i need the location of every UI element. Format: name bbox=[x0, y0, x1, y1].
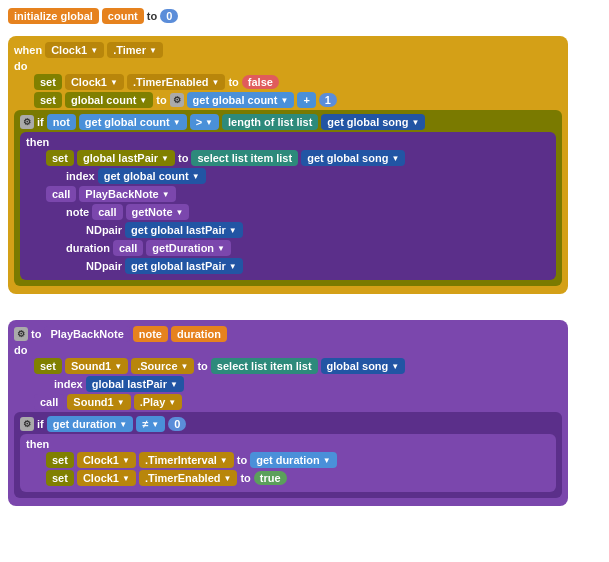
playbacknote-label: PlayBackNote bbox=[85, 188, 158, 200]
if-container-2: ⚙ if get duration ▼ ≠ ▼ 0 then bbox=[14, 412, 562, 498]
getnote-dropdown[interactable]: getNote ▼ bbox=[126, 204, 190, 220]
get-global-count-block3[interactable]: get global count ▼ bbox=[98, 168, 206, 184]
ndpair2-label: NDpair bbox=[86, 260, 122, 272]
duration-row: duration call getDuration ▼ bbox=[66, 240, 550, 256]
get-global-count-block2[interactable]: get global count ▼ bbox=[79, 114, 187, 130]
then-label: then bbox=[26, 136, 49, 148]
timer-enabled-dropdown[interactable]: .TimerEnabled ▼ bbox=[127, 74, 226, 90]
set-block-2[interactable]: set bbox=[34, 92, 62, 108]
clock1-dropdown-2[interactable]: Clock1 ▼ bbox=[65, 74, 124, 90]
sound1-dropdown[interactable]: Sound1 ▼ bbox=[65, 358, 128, 374]
init-block: initialize global count to 0 bbox=[8, 8, 601, 24]
then-row-2: then bbox=[26, 438, 550, 450]
list2-label: list bbox=[276, 152, 292, 164]
get-global-lastpair-block[interactable]: global lastPair ▼ bbox=[86, 376, 184, 392]
to-playbacknote-row: ⚙ to PlayBackNote note duration bbox=[14, 326, 562, 342]
call-playback-row: call PlayBackNote ▼ bbox=[46, 186, 550, 202]
clock1-dropdown[interactable]: Clock1 ▼ bbox=[45, 42, 104, 58]
list-label-2: list bbox=[296, 360, 312, 372]
get-global-song-block2[interactable]: get global song ▼ bbox=[301, 150, 405, 166]
global-count2-label: global count bbox=[212, 94, 277, 106]
set-timer-interval-row: set Clock1 ▼ .TimerInterval ▼ to get dur… bbox=[46, 452, 550, 468]
call-getnote-block[interactable]: call bbox=[92, 204, 122, 220]
duration-var-label: duration bbox=[72, 418, 116, 430]
when-label: when bbox=[14, 44, 42, 56]
global-count3-label: global count bbox=[104, 116, 169, 128]
zero-label: 0 bbox=[174, 418, 180, 430]
select-list-item-block2[interactable]: select list item list bbox=[211, 358, 318, 374]
get-lastpair-block2[interactable]: get global lastPair ▼ bbox=[125, 258, 243, 274]
call-play-block[interactable]: call bbox=[34, 394, 64, 410]
set-ti-block[interactable]: set bbox=[46, 452, 74, 468]
set-source-label: set bbox=[40, 360, 56, 372]
to-label: to bbox=[147, 10, 157, 22]
set-source-block[interactable]: set bbox=[34, 358, 62, 374]
get-global-song-block3[interactable]: global song ▼ bbox=[321, 358, 406, 374]
note-param-block: note bbox=[133, 326, 168, 342]
get-lastpair-block1[interactable]: get global lastPair ▼ bbox=[125, 222, 243, 238]
count-var-block[interactable]: count bbox=[102, 8, 144, 24]
call-play-label: call bbox=[40, 396, 58, 408]
length-of-list-block[interactable]: length of list list bbox=[222, 114, 318, 130]
neq-label: ≠ bbox=[142, 418, 148, 430]
select-list-item-block[interactable]: select list item list bbox=[191, 150, 298, 166]
call-label: call bbox=[52, 188, 70, 200]
global-count-dropdown[interactable]: global count ▼ bbox=[65, 92, 153, 108]
global-song2-label: global song bbox=[327, 152, 389, 164]
global-count4-label: global count bbox=[123, 170, 188, 182]
play-label: .Play bbox=[140, 396, 166, 408]
timer-enabled-label: .TimerEnabled bbox=[133, 76, 209, 88]
count-label: count bbox=[108, 10, 138, 22]
call-block[interactable]: call bbox=[46, 186, 76, 202]
get-duration-block2[interactable]: get duration ▼ bbox=[250, 452, 336, 468]
initialize-global-block[interactable]: initialize global bbox=[8, 8, 99, 24]
get-global-count-block[interactable]: get global count ▼ bbox=[187, 92, 295, 108]
set-block-1[interactable]: set bbox=[34, 74, 62, 90]
note-label: note bbox=[66, 206, 89, 218]
clock1-dropdown-4[interactable]: Clock1 ▼ bbox=[77, 470, 136, 486]
global-lp1-label: global lastPair bbox=[151, 224, 226, 236]
get-duration-label: get bbox=[53, 418, 70, 430]
sound1-label: Sound1 bbox=[71, 360, 111, 372]
length-of-label: length of list bbox=[228, 116, 293, 128]
false-label: false bbox=[248, 76, 273, 88]
clock1-label-2: Clock1 bbox=[71, 76, 107, 88]
true-block: true bbox=[254, 471, 287, 485]
get-duration-block[interactable]: get duration ▼ bbox=[47, 416, 133, 432]
playbacknote-block2[interactable]: PlayBackNote bbox=[44, 326, 129, 342]
source-label: .Source bbox=[137, 360, 177, 372]
list-label-1: list bbox=[296, 116, 312, 128]
get-global-song-block[interactable]: get global song ▼ bbox=[321, 114, 425, 130]
duration-var2-label: duration bbox=[276, 454, 320, 466]
global-lastpair-dropdown[interactable]: global lastPair ▼ bbox=[77, 150, 175, 166]
gear-icon-1: ⚙ bbox=[170, 93, 184, 107]
timer-enabled2-label: .TimerEnabled bbox=[145, 472, 221, 484]
get-label-5: get bbox=[104, 170, 121, 182]
getduration-dropdown[interactable]: getDuration ▼ bbox=[146, 240, 231, 256]
set-count-row: set global count ▼ to ⚙ get global count… bbox=[34, 92, 562, 108]
index-count-row: index get global count ▼ bbox=[66, 168, 550, 184]
clock1-label-3: Clock1 bbox=[83, 454, 119, 466]
zero-block: 0 bbox=[168, 417, 186, 431]
gear-icon-4: ⚙ bbox=[20, 417, 34, 431]
timer-dropdown[interactable]: .Timer ▼ bbox=[107, 42, 163, 58]
timer-interval-dropdown[interactable]: .TimerInterval ▼ bbox=[139, 452, 234, 468]
set-te2-block[interactable]: set bbox=[46, 470, 74, 486]
index-lastpair-row: index global lastPair ▼ bbox=[54, 376, 562, 392]
do-label-2: do bbox=[14, 344, 27, 356]
playbacknote-dropdown[interactable]: PlayBackNote ▼ bbox=[79, 186, 175, 202]
call-getduration-block[interactable]: call bbox=[113, 240, 143, 256]
set-lastpair-block[interactable]: set bbox=[46, 150, 74, 166]
index-label-2: index bbox=[54, 378, 83, 390]
set-lastpair-row: set global lastPair ▼ to select list ite… bbox=[46, 150, 550, 166]
source-dropdown[interactable]: .Source ▼ bbox=[131, 358, 194, 374]
timer-enabled-dropdown2[interactable]: .TimerEnabled ▼ bbox=[139, 470, 238, 486]
clock1-dropdown-3[interactable]: Clock1 ▼ bbox=[77, 452, 136, 468]
set-lp-label: set bbox=[52, 152, 68, 164]
sound1play-dropdown[interactable]: Sound1 ▼ bbox=[67, 394, 130, 410]
timer-label: .Timer bbox=[113, 44, 146, 56]
not-block[interactable]: not bbox=[47, 114, 76, 130]
play-dropdown[interactable]: .Play ▼ bbox=[134, 394, 183, 410]
set-source-row: set Sound1 ▼ .Source ▼ to select list it… bbox=[34, 358, 562, 374]
neq-block: ≠ ▼ bbox=[136, 416, 165, 432]
